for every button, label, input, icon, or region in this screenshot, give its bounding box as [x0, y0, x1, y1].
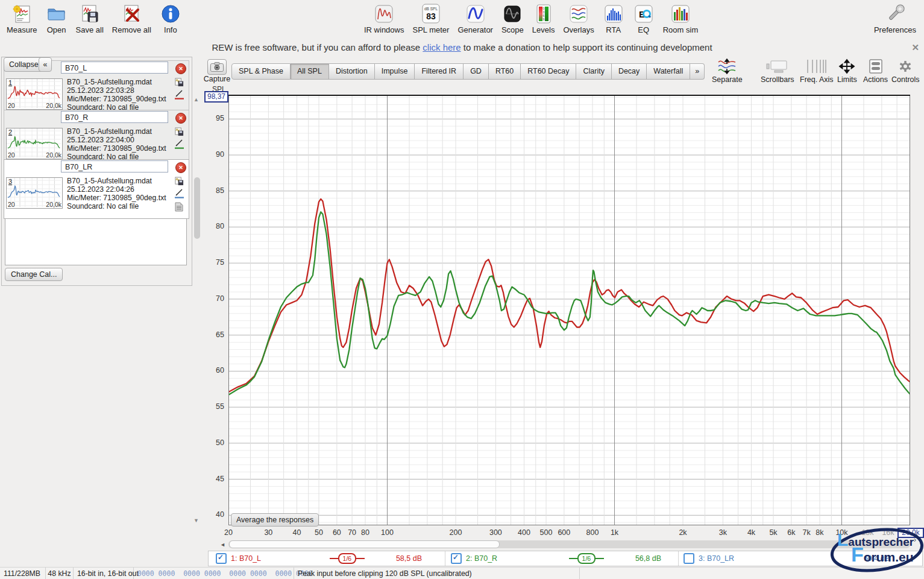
measure-button[interactable]: Measure [2, 1, 42, 36]
tab-clarity[interactable]: Clarity [576, 63, 611, 80]
measurement-2-name-input[interactable]: B70_R [61, 111, 168, 123]
generator-button[interactable]: Generator [453, 1, 497, 36]
room-sim-button[interactable]: Room sim [659, 1, 703, 36]
limits-label: Limits [837, 75, 857, 84]
open-label: Open [47, 25, 66, 34]
measurement-2-mic: Mic/Meter: 7130985_90deg.txt [67, 144, 166, 153]
measurement-card-2[interactable]: B70_R ✕ 2 20 20,0k B70_1-5-Aufstellung.m… [4, 110, 189, 160]
measurement-3-trace-style-icon[interactable] [175, 189, 184, 199]
x-tick-label: 10k [829, 528, 855, 537]
measurement-3-close-icon[interactable]: ✕ [175, 162, 186, 173]
sidebar-scroll-up-icon[interactable]: ▲ [193, 96, 199, 103]
limits-icon [838, 58, 856, 75]
measurement-3-file: B70_1-5-Aufstellung.mdat [67, 177, 166, 185]
measurement-1-mic: Mic/Meter: 7130985_90deg.txt [67, 95, 166, 103]
trace-3-label[interactable]: 3: B70_LR [699, 554, 734, 563]
hscroll-left-icon[interactable]: ◄ [220, 542, 225, 548]
measurement-2-close-icon[interactable]: ✕ [175, 113, 186, 124]
spl-meter-button[interactable]: dB SPL83 SPL meter [408, 1, 453, 36]
average-responses-button[interactable]: Average the responses [231, 513, 319, 527]
measurement-1-save-icon[interactable] [175, 78, 184, 87]
collapse-chevron-icon[interactable]: « [39, 57, 52, 72]
status-bar: 111/228MB 48 kHz 16-bit in, 16-bit out 0… [0, 567, 924, 579]
measurement-3-notes-icon[interactable] [175, 202, 184, 212]
tab-impulse[interactable]: Impulse [375, 63, 415, 80]
measurement-2-file: B70_1-5-Aufstellung.mdat [67, 127, 166, 136]
thumbnail-2-xmin: 20 [8, 151, 15, 159]
preferences-button[interactable]: Preferences [870, 1, 920, 36]
ir-windows-button[interactable]: IR windows [360, 1, 408, 36]
spl-chart[interactable] [228, 95, 910, 525]
tab-decay[interactable]: Decay [612, 63, 647, 80]
save-all-button[interactable]: Save all [72, 1, 108, 36]
freq-axis-button[interactable]: Freq. Axis [800, 58, 834, 84]
banner-close-icon[interactable]: ✕ [911, 42, 919, 53]
measurement-2-trace-style-icon[interactable] [175, 139, 184, 150]
info-icon [160, 3, 181, 25]
measurement-3-name-input[interactable]: B70_LR [61, 160, 168, 172]
separate-button[interactable]: Separate [712, 58, 743, 84]
tab-waterfall[interactable]: Waterfall [647, 63, 690, 80]
sidebar-scroll-down-icon[interactable]: ▼ [193, 517, 199, 524]
toolbar-left: Measure Open Save all Remove all Info [2, 1, 186, 36]
measurement-2-save-icon[interactable] [175, 127, 184, 136]
trace-2-label[interactable]: 2: B70_R [466, 554, 497, 563]
measurement-3-save-icon[interactable] [175, 177, 184, 186]
capture-button[interactable]: Capture [204, 59, 230, 83]
tab-rt60-decay[interactable]: RT60 Decay [521, 63, 576, 80]
measurement-1-file: B70_1-5-Aufstellung.mdat [67, 78, 166, 86]
x-tick-label: 2k [670, 528, 696, 537]
controls-button[interactable]: Controls [891, 58, 920, 84]
measurement-3-thumbnail[interactable]: 3 20 20,0k [6, 177, 63, 209]
x-tick-label: 200 [442, 528, 469, 537]
tab-rt60[interactable]: RT60 [489, 63, 521, 80]
hscroll-thumb[interactable] [229, 540, 500, 548]
measurement-1-thumbnail[interactable]: 1 20 20,0k [6, 78, 63, 110]
trace-2-checkbox[interactable] [451, 553, 462, 564]
rta-button[interactable]: RTA [599, 1, 629, 36]
collapse-button[interactable]: Collapse [4, 57, 44, 72]
tab-distortion[interactable]: Distortion [329, 63, 375, 80]
info-button[interactable]: Info [156, 1, 186, 36]
generator-icon [465, 3, 486, 25]
open-button[interactable]: Open [42, 1, 72, 36]
spl-meter-icon: dB SPL83 [420, 3, 442, 25]
rta-label: RTA [606, 25, 621, 34]
trace-1-checkbox[interactable] [216, 553, 227, 564]
tab-gd[interactable]: GD [464, 63, 489, 80]
scrollbars-button[interactable]: Scrollbars [761, 58, 794, 84]
eq-button[interactable]: E EQ [629, 1, 659, 36]
measurement-1-close-icon[interactable]: ✕ [175, 63, 186, 74]
tab-more[interactable]: » [690, 63, 705, 80]
tab-filtered-ir[interactable]: Filtered IR [415, 63, 464, 80]
rew-window: Measure Open Save all Remove all Info IR… [0, 0, 924, 579]
trace-1-smoothing[interactable]: 1/6 [330, 553, 365, 564]
banner-text-post: to make a donation to help support its c… [461, 42, 712, 52]
overlays-button[interactable]: Overlays [559, 1, 598, 36]
measurement-card-3[interactable]: B70_LR ✕ 3 20 20,0k B70_1-5-Aufstellung.… [4, 159, 189, 219]
remove-all-button[interactable]: Remove all [108, 1, 156, 36]
limits-button[interactable]: Limits [837, 58, 857, 84]
measurement-2-thumbnail[interactable]: 2 20 20,0k [6, 128, 63, 159]
status-bit-depth: 16-bit in, 16-bit out [74, 568, 134, 579]
change-cal-button[interactable]: Change Cal... [5, 268, 63, 281]
trace-2-smoothing[interactable]: 1/6 [569, 553, 604, 564]
trace-1-label[interactable]: 1: B70_L [231, 554, 261, 563]
trace-legend: 1: B70_L 1/6 58,5 dB 2: B70_R 1/6 56,8 d… [208, 551, 923, 566]
levels-button[interactable]: 0369 Levels [528, 1, 559, 36]
measurement-notes-input[interactable] [5, 218, 187, 265]
actions-button[interactable]: Actions [863, 58, 888, 84]
y-tick-label: 85 [201, 186, 224, 195]
measurement-1-trace-style-icon[interactable] [175, 90, 184, 100]
tab-all-spl[interactable]: All SPL [291, 63, 329, 80]
x-tick-label: 3k [709, 528, 736, 537]
overlays-icon [568, 3, 589, 25]
donation-link[interactable]: click here [423, 42, 460, 52]
sidebar-scrollbar-thumb[interactable] [194, 177, 200, 239]
trace-3-checkbox[interactable] [684, 553, 694, 564]
measurements-panel: B70_L ✕ 1 20 20,0k B70_1-5-Aufstellung.m… [0, 57, 203, 567]
scope-button[interactable]: Scope [497, 1, 528, 36]
tab-spl-phase[interactable]: SPL & Phase [231, 63, 291, 80]
measurement-1-name-input[interactable]: B70_L [61, 62, 168, 74]
thumbnail-3-number: 3 [8, 178, 12, 185]
